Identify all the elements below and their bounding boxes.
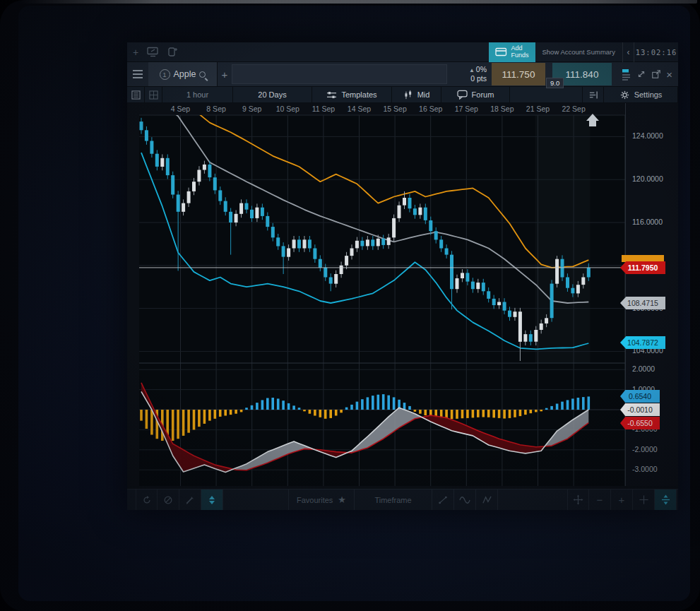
add-funds-button[interactable]: Add Funds: [489, 42, 535, 62]
mid-label: Mid: [417, 90, 430, 99]
gear-icon: [619, 90, 630, 100]
axis-tick-label: 2.0000: [632, 364, 655, 373]
axis-tick-label: 120.0000: [632, 174, 663, 183]
trendline-tool-icon[interactable]: [432, 490, 454, 510]
range-select[interactable]: 20 Days: [233, 87, 312, 102]
new-tab-button[interactable]: +: [218, 62, 232, 86]
osc-signal-tag: -0.6550: [620, 417, 660, 429]
expand-icon[interactable]: [636, 69, 646, 79]
templates-label: Templates: [341, 90, 376, 99]
speech-bubble-icon: [457, 90, 468, 100]
settings-button[interactable]: Settings: [604, 87, 678, 102]
disable-icon[interactable]: [158, 490, 179, 510]
popout-icon[interactable]: [651, 69, 661, 79]
last-price-tag: 111.7950: [620, 261, 665, 274]
interval-select[interactable]: 1 hour: [162, 87, 233, 102]
tablet-top-edge: [20, 0, 697, 4]
search-icon[interactable]: [199, 71, 206, 78]
vertical-scale-icon[interactable]: [655, 490, 677, 510]
show-account-summary[interactable]: Show Account Summary: [535, 42, 624, 62]
clock: 13:02:16: [634, 48, 678, 57]
axis-tick-label: 116.0000: [632, 218, 663, 226]
trading-app-window: + Add Funds Show Account Summary ‹ 13:02…: [127, 42, 678, 510]
wave-tool-icon[interactable]: [454, 490, 476, 510]
drawing-toolbar: Favourites ★ Timeframe − +: [127, 489, 678, 510]
zoom-out-icon[interactable]: −: [589, 490, 611, 510]
up-triangle-icon: ▲: [469, 67, 475, 73]
tab-index-badge: 1: [160, 69, 170, 80]
sell-price-button[interactable]: 111.750: [492, 63, 545, 85]
timeframe-button[interactable]: Timeframe: [355, 490, 432, 510]
price-chart[interactable]: [127, 103, 678, 510]
zigzag-tool-icon[interactable]: [476, 490, 498, 510]
axis-tick-label: 124.0000: [632, 131, 663, 140]
close-icon[interactable]: ×: [666, 69, 672, 81]
edit-layout-icon[interactable]: [147, 47, 159, 57]
instrument-name: Apple: [174, 69, 196, 79]
chart-toolbar: 1 hour 20 Days Templates Mid Forum: [127, 86, 678, 103]
osc-zero-tag: -0.0010: [620, 403, 660, 416]
add-tab-icon[interactable]: +: [133, 47, 138, 58]
collapse-chevron[interactable]: ‹: [623, 42, 634, 62]
forum-button[interactable]: Forum: [441, 87, 510, 102]
osc-macd-tag: 0.6540: [620, 390, 660, 403]
pan-tool-icon[interactable]: [567, 490, 589, 510]
sliders-icon: [326, 90, 337, 100]
depth-ladder-icon[interactable]: [622, 69, 631, 81]
add-device-icon[interactable]: [167, 47, 178, 57]
lower-band-tag: 104.7872: [620, 336, 665, 349]
crosshair-icon[interactable]: [633, 490, 655, 510]
empty-tab-strip[interactable]: [232, 64, 447, 84]
add-funds-label-2: Funds: [511, 52, 528, 59]
star-icon: ★: [338, 494, 346, 505]
upper-band-tag: [622, 255, 664, 262]
change-percent: 0%: [476, 65, 487, 73]
order-panel-icon[interactable]: [127, 87, 145, 102]
menu-icon[interactable]: [127, 62, 148, 86]
settings-label: Settings: [634, 90, 663, 99]
reorder-arrows-icon[interactable]: [201, 490, 223, 510]
axis-tick-label: -2.0000: [632, 445, 658, 453]
refresh-icon[interactable]: [136, 490, 158, 510]
favourites-label: Favourites: [297, 496, 333, 504]
instrument-bar: 1 Apple + ▲0% 0 pts 111.750 111.840 9.0: [127, 62, 678, 86]
change-points: 0 pts: [470, 74, 487, 83]
timeframe-label: Timeframe: [374, 496, 411, 504]
toolbar-spacer: [510, 87, 583, 102]
app-header: + Add Funds Show Account Summary ‹ 13:02…: [127, 42, 678, 62]
price-type-button[interactable]: Mid: [392, 87, 441, 102]
depth-scale-icon[interactable]: [583, 87, 604, 102]
candles-icon: [403, 90, 413, 100]
layout-grid-icon[interactable]: [145, 87, 162, 102]
templates-button[interactable]: Templates: [312, 87, 392, 102]
tablet-device: + Add Funds Show Account Summary ‹ 13:02…: [0, 0, 700, 611]
sma-value-tag: 108.4715: [620, 297, 665, 309]
axis-tick-label: -3.0000: [632, 465, 658, 473]
spread-badge: 9.0: [546, 78, 564, 88]
zoom-in-icon[interactable]: +: [611, 490, 633, 510]
instrument-tab-apple[interactable]: 1 Apple: [148, 62, 218, 86]
card-icon: [495, 47, 507, 57]
pencil-icon[interactable]: [179, 490, 201, 510]
change-readout: ▲0% 0 pts: [447, 62, 491, 86]
favourites-button[interactable]: Favourites ★: [288, 490, 355, 510]
forum-label: Forum: [472, 90, 494, 99]
